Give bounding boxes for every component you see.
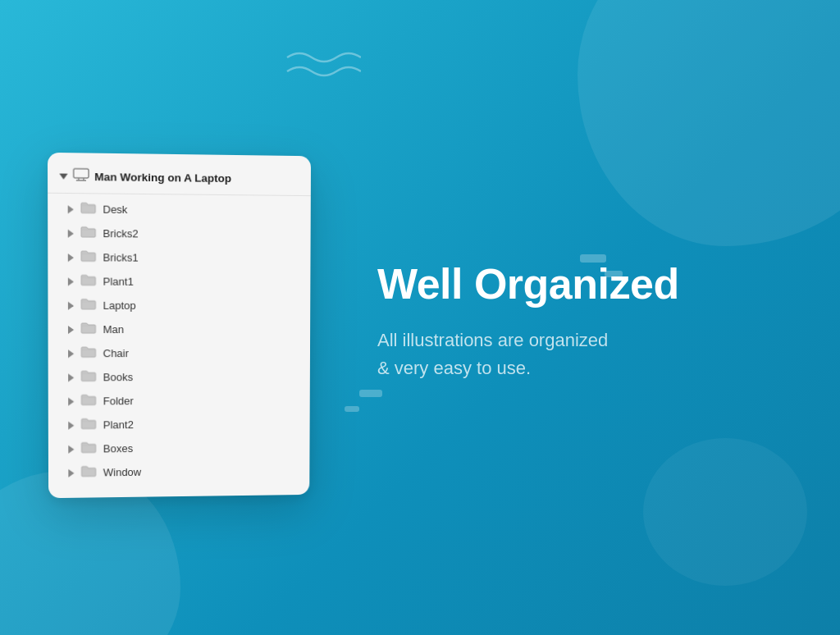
tree-item[interactable]: Bricks1 <box>48 244 310 270</box>
folder-icon <box>80 441 96 456</box>
tree-item[interactable]: Boxes <box>48 435 310 461</box>
item-label: Books <box>103 371 133 383</box>
item-label: Man <box>103 322 125 335</box>
tree-item[interactable]: Plant2 <box>48 411 310 436</box>
content-area: Man Working on A Laptop Desk Bricks2 <box>0 0 840 635</box>
tree-item[interactable]: Books <box>48 364 310 389</box>
chevron-right-icon <box>68 372 74 381</box>
item-label: Laptop <box>103 299 136 311</box>
tree-item[interactable]: Bricks2 <box>48 221 310 246</box>
item-label: Chair <box>103 347 129 359</box>
folder-icon <box>80 345 96 361</box>
chevron-right-icon <box>68 349 74 357</box>
folder-icon <box>80 464 96 480</box>
subtext-line1: All illustrations are organized <box>377 330 608 350</box>
chevron-right-icon <box>68 253 74 261</box>
item-label: Bricks2 <box>103 226 138 239</box>
folder-icon <box>80 201 96 217</box>
right-content: Well Organized All illustrations are org… <box>312 253 791 381</box>
tree-item[interactable]: Chair <box>48 340 310 365</box>
chevron-right-icon <box>68 301 74 309</box>
chevron-right-icon <box>68 468 74 477</box>
tree-item[interactable]: Folder <box>48 388 310 413</box>
folder-icon <box>80 225 96 240</box>
item-label: Plant1 <box>103 275 133 287</box>
folder-icon <box>80 321 96 336</box>
headline: Well Organized <box>377 261 791 308</box>
folder-icon <box>80 369 96 385</box>
tree-item[interactable]: Window <box>48 458 309 484</box>
item-label: Desk <box>103 203 127 215</box>
tree-item[interactable]: Plant1 <box>48 269 310 294</box>
tree-item[interactable]: Desk <box>48 196 311 222</box>
chevron-down-icon <box>59 172 67 178</box>
chevron-right-icon <box>68 204 74 212</box>
tree-root-item[interactable]: Man Working on A Laptop <box>48 161 311 196</box>
item-label: Bricks1 <box>103 251 138 263</box>
chevron-right-icon <box>68 276 74 285</box>
folder-icon <box>80 393 96 409</box>
folder-icon <box>80 417 96 432</box>
chevron-right-icon <box>68 397 74 405</box>
tree-item[interactable]: Laptop <box>48 293 310 318</box>
tree-items-container: Desk Bricks2 Bricks1 <box>48 196 311 484</box>
monitor-icon <box>73 167 89 185</box>
subtext-line2: & very easy to use. <box>377 358 531 378</box>
file-tree-panel: Man Working on A Laptop Desk Bricks2 <box>48 152 311 497</box>
item-label: Window <box>103 465 141 477</box>
item-label: Folder <box>103 395 134 407</box>
chevron-right-icon <box>68 229 74 237</box>
item-label: Boxes <box>103 442 133 455</box>
chevron-right-icon <box>68 421 74 429</box>
tree-item[interactable]: Man <box>48 317 311 340</box>
folder-icon <box>80 297 96 313</box>
chevron-right-icon <box>68 325 74 333</box>
folder-icon <box>80 273 96 289</box>
svg-rect-0 <box>74 168 89 177</box>
subtext: All illustrations are organized & very e… <box>377 327 791 382</box>
root-label: Man Working on A Laptop <box>94 170 231 184</box>
item-label: Plant2 <box>103 418 134 431</box>
folder-icon <box>80 249 96 265</box>
chevron-right-icon <box>68 445 74 453</box>
